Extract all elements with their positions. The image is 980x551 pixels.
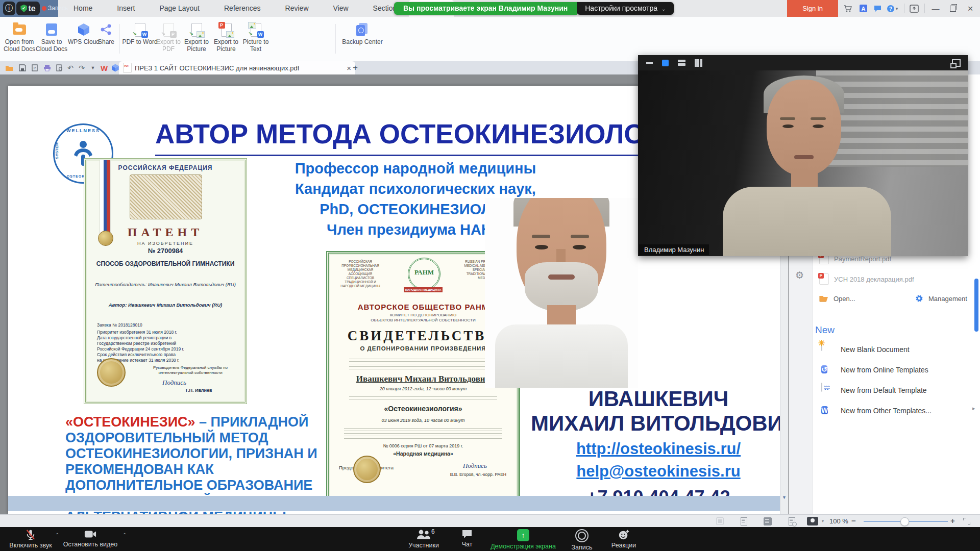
video-minimize-icon[interactable]: [646, 62, 653, 64]
patent-country: РОССИЙСКАЯ ФЕДЕРАЦИЯ: [86, 164, 245, 171]
zoom-in-button[interactable]: +: [950, 516, 955, 525]
sign-in-button[interactable]: Sign in: [787, 0, 838, 17]
video-options-chevron-icon[interactable]: ⌃: [122, 532, 127, 538]
zoom-out-button[interactable]: −: [851, 516, 856, 525]
eye-protect-caret-icon[interactable]: ▾: [820, 517, 826, 525]
record-button[interactable]: Запись: [561, 529, 602, 551]
info-icon[interactable]: ⓘ: [3, 2, 15, 15]
new-section-header: New: [815, 324, 835, 336]
page-history-icon[interactable]: [787, 517, 797, 525]
export-picture-pdf-icon: P: [221, 23, 232, 37]
chat-bubble-icon: [461, 529, 473, 539]
backup-center-button[interactable]: Backup Center: [332, 21, 393, 45]
wps-writer-tab-icon[interactable]: W: [99, 63, 109, 73]
minimize-button[interactable]: —: [928, 0, 943, 17]
cert-date2: 03 июня 2019 года, 10 часов 00 минут: [329, 418, 518, 423]
gallery-view-icon[interactable]: [695, 59, 702, 67]
svg-text:?: ?: [889, 6, 892, 11]
cert-org-left: РОССИЙСКАЯ ПРОФЕССИОНАЛЬНАЯ МЕДИЦИНСКАЯ …: [336, 260, 385, 288]
management-button[interactable]: Management: [915, 293, 967, 304]
share-screen-button[interactable]: ↑ Демонстрация экрана: [485, 529, 561, 550]
settings-gear-icon[interactable]: ⚙: [795, 269, 804, 281]
qat-redo-icon[interactable]: ↷: [77, 63, 87, 73]
security-shield-icon[interactable]: ✓ te: [16, 2, 40, 15]
stop-video-button[interactable]: Остановить видео: [62, 529, 118, 548]
divider: [904, 4, 904, 13]
new-from-online-templates[interactable]: ↺ New from Online Templates: [821, 362, 928, 378]
new-item-label: New Blank Document: [841, 345, 910, 354]
eye-protect-icon[interactable]: [806, 517, 819, 525]
panel-collapse-arrow[interactable]: ▸: [972, 405, 975, 412]
tab-review[interactable]: Review: [273, 0, 321, 17]
status-bar: ▾ 100 % − +: [0, 514, 980, 528]
email-link[interactable]: help@osteokinesis.ru: [531, 462, 780, 481]
qat-print-icon[interactable]: [42, 63, 52, 73]
pdf-file-icon: [819, 273, 829, 285]
record-dot-icon: [42, 6, 46, 11]
single-page-view-icon[interactable]: [739, 517, 749, 525]
patent-seal: [97, 358, 126, 387]
audio-options-chevron-icon[interactable]: ⌃: [55, 532, 59, 538]
scroll-down-icon[interactable]: ▼: [782, 495, 787, 500]
unmute-button[interactable]: Включить звук: [9, 529, 52, 549]
translate-icon[interactable]: A: [856, 0, 870, 17]
view-settings-button[interactable]: Настройки просмотра⌄: [577, 2, 674, 15]
new-from-default-template[interactable]: New from Default Template: [821, 383, 927, 398]
new-tab-button[interactable]: +: [350, 63, 360, 73]
participants-button[interactable]: 6 Участники: [398, 529, 449, 549]
exit-fullscreen-icon[interactable]: [952, 59, 961, 67]
store-cart-icon[interactable]: [841, 0, 854, 17]
patent-holder: Патентообладатель: Ивашкевич Михаил Вито…: [86, 282, 245, 287]
tab-view[interactable]: View: [321, 0, 361, 17]
screen: ⓘ ✓ te Запись Home Insert Page Layout Re…: [0, 0, 980, 551]
tab-page-layout[interactable]: Page Layout: [147, 0, 212, 17]
qat-preview-icon[interactable]: [54, 63, 64, 73]
close-button[interactable]: ×: [963, 0, 978, 17]
help-icon[interactable]: ? ▾: [884, 0, 900, 17]
qat-export-pdf-icon[interactable]: P: [30, 63, 40, 73]
cert-seal: [353, 456, 381, 483]
tab-home[interactable]: Home: [61, 0, 105, 17]
share-window-icon[interactable]: [908, 0, 921, 17]
new-from-other-templates[interactable]: W New from Other Templates...: [821, 403, 932, 418]
panel-scrollbar[interactable]: [974, 279, 978, 332]
logo-word-system: SYSTEM: [55, 142, 59, 159]
muted-mic-icon: [25, 529, 36, 540]
qat-customize-caret-icon[interactable]: ▼: [89, 63, 97, 73]
video-window[interactable]: Владимир Мазунин: [638, 55, 968, 256]
online-templates-icon: ↺: [821, 362, 834, 378]
speaker-view-icon[interactable]: [678, 60, 685, 66]
active-view-icon[interactable]: [662, 60, 669, 66]
reactions-button[interactable]: Реакции: [603, 529, 644, 549]
zoom-slider-thumb[interactable]: [900, 517, 909, 526]
document-tab[interactable]: ПРЕЗ 1 САЙТ ОСТЕОКИНЕЗИС для начинающих.…: [119, 61, 355, 74]
tab-references[interactable]: References: [212, 0, 273, 17]
outline-view-icon[interactable]: [763, 517, 773, 525]
recent-file-row[interactable]: УСН 2018 декларация.pdf: [819, 273, 914, 285]
chat-button[interactable]: Чат: [452, 529, 482, 548]
new-item-label: New from Default Template: [841, 386, 927, 394]
chat-label: Чат: [462, 541, 473, 548]
feedback-bubble-icon[interactable]: [871, 0, 884, 17]
new-blank-document[interactable]: ✳ New Blank Document: [821, 342, 910, 357]
fullscreen-icon[interactable]: [962, 517, 972, 525]
picture-to-text-button[interactable]: ↘W Picture toText: [232, 21, 279, 53]
fit-page-icon[interactable]: [715, 517, 725, 525]
site-link[interactable]: http://osteokinesis.ru/: [531, 440, 780, 458]
qat-save-icon[interactable]: [17, 63, 28, 73]
zoom-value: 100 %: [829, 517, 848, 525]
tab-insert[interactable]: Insert: [105, 0, 147, 17]
cert-registration: № 0006 серия РШ от 07 марта 2019 г.: [329, 443, 518, 448]
restore-button[interactable]: [945, 0, 961, 17]
open-file-button[interactable]: Open...: [819, 293, 855, 304]
patent-official: Руководитель Федеральной службы по интел…: [142, 365, 239, 375]
qat-open-icon[interactable]: [4, 63, 14, 73]
qat-undo-icon[interactable]: ↶: [65, 63, 76, 73]
meeting-toolbar: Включить звук ⌃ Остановить видео ⌃ 6 Уча…: [0, 527, 980, 551]
author-name-line2: МИХАИЛ ВИТОЛЬДОВИЧ: [531, 411, 780, 436]
default-template-icon: [821, 383, 834, 397]
patent-title: СПОСОБ ОЗДОРОВИТЕЛЬНОЙ ГИМНАСТИКИ: [86, 260, 245, 268]
cert-fine-print: [349, 357, 497, 371]
patent-application: Заявка № 2018128010: [97, 322, 142, 328]
app-logo-partial: te: [28, 4, 35, 13]
